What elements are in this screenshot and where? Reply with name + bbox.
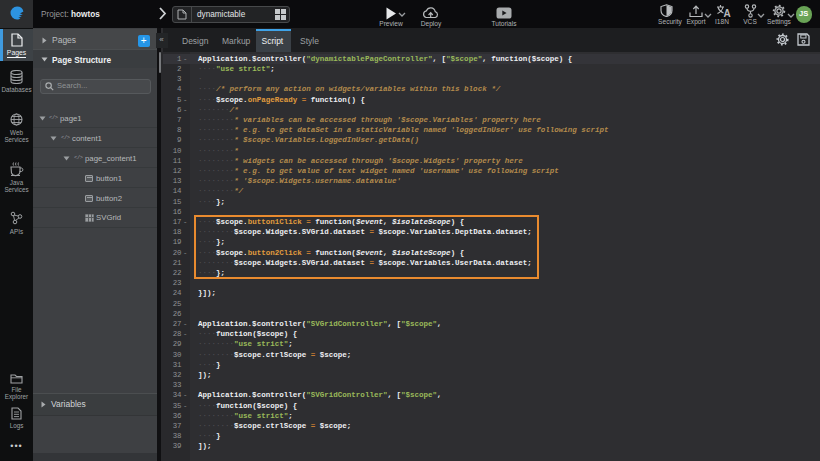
svg-text:A: A	[724, 8, 731, 18]
